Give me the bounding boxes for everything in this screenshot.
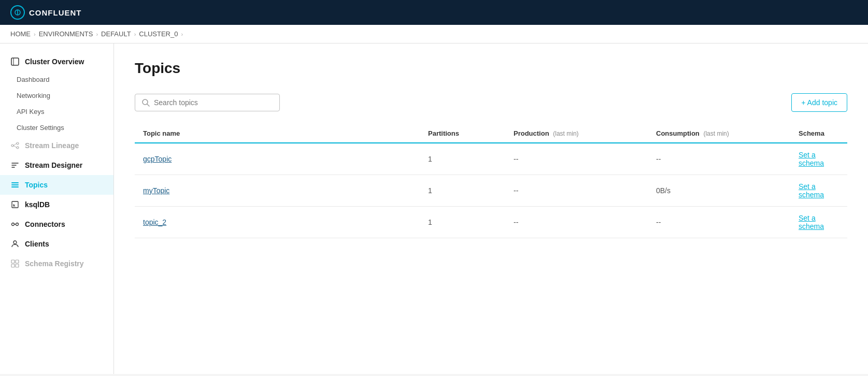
cluster-overview-icon [10,57,20,66]
sidebar-item-cluster-settings[interactable]: Cluster Settings [0,120,113,136]
svg-point-5 [17,142,19,144]
sidebar-clients-label: Clients [25,240,49,248]
stream-designer-icon [10,161,20,170]
add-topic-button[interactable]: + Add topic [791,93,847,112]
page-title: Topics [135,60,847,77]
breadcrumb-home[interactable]: HOME [10,30,31,38]
sidebar-ksqldb-label: ksqlDB [25,200,50,209]
consumption-cell-2: 0B/s [648,175,790,207]
main-content: Topics + Add topic Topic name Partitions [114,44,868,374]
svg-line-8 [13,146,17,148]
schema-cell-2: Set a schema [790,175,847,207]
svg-rect-18 [11,260,15,263]
svg-text:k: k [13,203,16,208]
consumption-cell-1: -- [648,143,790,175]
svg-rect-10 [11,184,19,185]
sidebar: Cluster Overview Dashboard Networking AP… [0,44,114,374]
schema-registry-icon [10,259,20,268]
sidebar-item-dashboard[interactable]: Dashboard [0,71,113,88]
svg-rect-21 [16,264,19,267]
topic-link-topic2[interactable]: topic_2 [143,218,166,226]
table-row: topic_2 1 -- -- Set a schema [135,207,847,238]
consumption-cell-3: -- [648,207,790,238]
topic-link-gcpTopic[interactable]: gcpTopic [143,155,172,163]
sidebar-stream-designer-label: Stream Designer [25,161,82,169]
sidebar-item-ksqldb[interactable]: k ksqlDB [0,195,113,214]
layout: Cluster Overview Dashboard Networking AP… [0,44,868,374]
breadcrumb-environments[interactable]: ENVIRONMENTS [39,30,93,38]
logo-text: CONFLUENT [29,8,82,17]
sidebar-item-clients[interactable]: Clients [0,234,113,254]
svg-rect-19 [16,260,19,263]
logo-icon [10,5,25,20]
topics-table: Topic name Partitions Production (last m… [135,124,847,238]
topic-name-cell-1: gcpTopic [135,143,420,175]
sidebar-cluster-overview[interactable]: Cluster Overview [0,52,113,71]
svg-rect-2 [11,58,19,65]
breadcrumb-cluster[interactable]: CLUSTER_0 [139,30,178,38]
ksqldb-icon: k [10,200,20,209]
sidebar-schema-registry-label: Schema Registry [25,259,84,268]
toolbar: + Add topic [135,93,847,112]
schema-link-1[interactable]: Set a schema [799,151,824,167]
sidebar-topics-label: Topics [25,181,48,189]
schema-cell-3: Set a schema [790,207,847,238]
col-header-consumption: Consumption (last min) [648,124,790,143]
search-box[interactable] [135,94,280,111]
schema-cell-1: Set a schema [790,143,847,175]
col-header-topic-name: Topic name [135,124,420,143]
sidebar-item-networking[interactable]: Networking [0,88,113,104]
col-header-production: Production (last min) [505,124,648,143]
partitions-cell-2: 1 [420,175,505,207]
svg-point-14 [12,223,15,226]
stream-lineage-icon [10,141,20,150]
search-icon [141,98,150,107]
search-input[interactable] [154,98,273,107]
col-header-partitions: Partitions [420,124,505,143]
sidebar-item-stream-designer[interactable]: Stream Designer [0,155,113,175]
connectors-icon [10,220,20,229]
breadcrumb-sep-1: › [34,31,36,37]
svg-rect-9 [11,182,19,183]
table-header-row: Topic name Partitions Production (last m… [135,124,847,143]
sidebar-cluster-overview-label: Cluster Overview [25,57,84,66]
top-nav: CONFLUENT [0,0,868,25]
breadcrumb-sep-3: › [134,31,136,37]
svg-point-4 [11,144,13,147]
logo[interactable]: CONFLUENT [10,5,82,20]
production-cell-1: -- [505,143,648,175]
sidebar-item-schema-registry: Schema Registry [0,254,113,273]
partitions-cell-1: 1 [420,143,505,175]
sidebar-stream-lineage-label: Stream Lineage [25,141,79,150]
table-row: myTopic 1 -- 0B/s Set a schema [135,175,847,207]
topic-name-cell-2: myTopic [135,175,420,207]
sidebar-connectors-label: Connectors [25,220,65,228]
col-header-schema: Schema [790,124,847,143]
svg-rect-11 [11,186,19,187]
sidebar-item-topics[interactable]: Topics [0,175,113,195]
partitions-cell-3: 1 [420,207,505,238]
breadcrumb-sep-2: › [96,31,98,37]
schema-link-2[interactable]: Set a schema [799,182,824,199]
sidebar-item-connectors[interactable]: Connectors [0,214,113,234]
svg-point-17 [13,241,17,244]
topic-link-myTopic[interactable]: myTopic [143,186,169,195]
svg-line-23 [147,104,149,106]
table-row: gcpTopic 1 -- -- Set a schema [135,143,847,175]
clients-icon [10,239,20,249]
sidebar-item-stream-lineage: Stream Lineage [0,136,113,155]
svg-rect-20 [11,264,15,267]
sidebar-item-api-keys[interactable]: API Keys [0,104,113,120]
topic-name-cell-3: topic_2 [135,207,420,238]
production-cell-3: -- [505,207,648,238]
topics-icon [10,180,20,190]
schema-link-3[interactable]: Set a schema [799,214,824,230]
production-cell-2: -- [505,175,648,207]
breadcrumb-sep-4: › [181,31,183,37]
svg-point-15 [16,223,19,226]
breadcrumb: HOME › ENVIRONMENTS › DEFAULT › CLUSTER_… [0,25,868,44]
breadcrumb-default[interactable]: DEFAULT [101,30,131,38]
svg-point-6 [17,147,19,149]
svg-line-7 [13,143,17,146]
